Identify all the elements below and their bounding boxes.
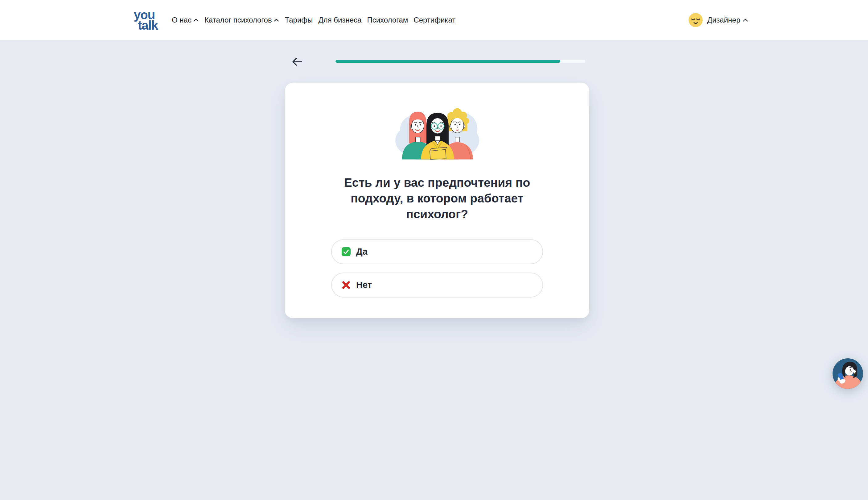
support-chat-button[interactable] <box>832 358 864 389</box>
question-title-line: психолог? <box>344 206 530 222</box>
nav-item-label: Тарифы <box>285 16 313 24</box>
back-button[interactable] <box>291 55 304 69</box>
three-people-illustration <box>388 99 486 160</box>
nav-item-certificate[interactable]: Сертификат <box>411 16 458 24</box>
answer-no-button[interactable]: Нет <box>331 273 543 297</box>
chevron-up-icon <box>193 18 199 22</box>
nav-item-label: Психологам <box>367 16 408 24</box>
question-title-line: подходу, в котором работает <box>344 191 530 206</box>
support-chat-avatar-icon <box>832 358 864 389</box>
nav-item-for-psychologists[interactable]: Психологам <box>364 16 411 24</box>
nav-item-for-business[interactable]: Для бизнеса <box>315 16 364 24</box>
check-mark-emoji-icon <box>341 247 351 257</box>
top-navigation-bar: you talk О нас Каталог психологов Тарифы… <box>0 0 868 40</box>
chevron-up-icon <box>742 18 748 22</box>
main-nav: О нас Каталог психологов Тарифы Для бизн… <box>169 16 458 24</box>
nav-item-label: Каталог психологов <box>204 16 272 24</box>
arrow-left-icon <box>291 57 303 67</box>
user-menu[interactable]: Дизайнер <box>689 13 748 27</box>
nav-item-about[interactable]: О нас <box>169 16 202 24</box>
nav-item-label: О нас <box>172 16 191 24</box>
youtalk-logo[interactable]: you talk <box>134 10 158 31</box>
nav-item-tariffs[interactable]: Тарифы <box>282 16 316 24</box>
question-title-line: Есть ли у вас предпочтения по <box>344 175 530 191</box>
nav-item-catalog[interactable]: Каталог психологов <box>202 16 282 24</box>
answer-yes-label: Да <box>356 247 367 257</box>
question-title: Есть ли у вас предпочтения по подходу, в… <box>344 175 530 222</box>
relieved-face-emoji-avatar <box>689 13 703 27</box>
answer-yes-button[interactable]: Да <box>331 239 543 264</box>
logo-line-2: talk <box>134 20 158 31</box>
answer-options: Да Нет <box>331 239 543 297</box>
cross-mark-emoji-icon <box>341 280 351 290</box>
user-name: Дизайнер <box>707 16 740 24</box>
wizard-page: Есть ли у вас предпочтения по подходу, в… <box>0 40 868 500</box>
answer-no-label: Нет <box>356 280 372 290</box>
question-card: Есть ли у вас предпочтения по подходу, в… <box>285 83 589 318</box>
progress-bar-fill <box>336 60 560 62</box>
nav-item-label: Сертификат <box>413 16 455 24</box>
chevron-up-icon <box>273 18 279 22</box>
progress-bar <box>336 60 585 62</box>
nav-item-label: Для бизнеса <box>318 16 361 24</box>
